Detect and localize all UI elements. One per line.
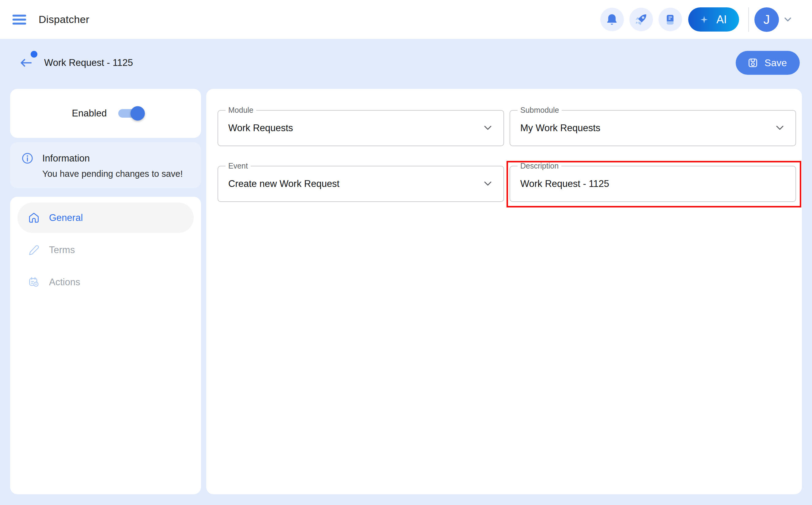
avatar[interactable]: J xyxy=(754,7,779,32)
calendar-plus-icon xyxy=(28,276,40,288)
hamburger-menu-icon[interactable] xyxy=(12,13,26,26)
sidebar-item-label: General xyxy=(49,212,83,223)
notifications-button[interactable] xyxy=(600,8,624,31)
enabled-card: Enabled xyxy=(10,89,201,138)
submodule-select[interactable]: Submodule My Work Requests xyxy=(510,110,796,146)
topbar: Dispatcher xyxy=(0,0,812,39)
enabled-label: Enabled xyxy=(72,108,107,119)
sidebar-item-actions[interactable]: Actions xyxy=(17,267,194,297)
ai-assistant-button[interactable]: AI xyxy=(688,7,739,31)
event-value: Create new Work Request xyxy=(228,178,340,189)
toggle-knob xyxy=(131,106,145,121)
app-title: Dispatcher xyxy=(39,13,89,25)
unsaved-changes-dot xyxy=(31,51,37,57)
sidebar-item-general[interactable]: General xyxy=(17,202,194,233)
event-label: Event xyxy=(225,161,251,170)
save-button-label: Save xyxy=(765,57,787,69)
submodule-value: My Work Requests xyxy=(520,123,600,134)
floppy-disk-icon xyxy=(747,57,759,69)
module-select[interactable]: Module Work Requests xyxy=(218,110,504,146)
description-input[interactable]: Description Work Request - 1125 xyxy=(510,166,796,202)
general-form-card: Module Work Requests Submodule My Work R… xyxy=(206,89,802,494)
launch-button[interactable] xyxy=(629,8,653,31)
description-value: Work Request - 1125 xyxy=(520,178,609,189)
topbar-divider xyxy=(748,7,749,32)
sidebar-item-label: Terms xyxy=(49,244,75,256)
save-button[interactable]: Save xyxy=(736,51,800,75)
back-button[interactable] xyxy=(19,56,33,70)
ai-button-label: AI xyxy=(717,13,727,26)
description-label: Description xyxy=(518,161,561,170)
chevron-down-icon[interactable] xyxy=(783,16,793,24)
back-arrow-icon xyxy=(19,56,33,70)
description-field-wrapper: Description Work Request - 1125 xyxy=(510,166,796,202)
info-circle-icon xyxy=(21,152,34,165)
chevron-down-icon xyxy=(483,125,492,132)
submodule-label: Submodule xyxy=(518,106,562,115)
module-value: Work Requests xyxy=(228,123,293,134)
info-message: You have pending changes to save! xyxy=(42,169,190,179)
sidebar: Enabled Information You have pending cha… xyxy=(10,89,201,494)
avatar-initial: J xyxy=(764,12,770,27)
rocket-icon xyxy=(634,13,648,27)
module-label: Module xyxy=(225,106,256,115)
page-title: Work Request - 1125 xyxy=(44,57,133,68)
home-icon xyxy=(28,212,40,224)
sidebar-nav: General Terms xyxy=(10,197,201,494)
enabled-toggle[interactable] xyxy=(118,109,139,118)
event-select[interactable]: Event Create new Work Request xyxy=(218,166,504,202)
journal-icon xyxy=(663,13,677,26)
bell-icon xyxy=(605,13,619,26)
information-card: Information You have pending changes to … xyxy=(10,142,201,188)
info-title: Information xyxy=(42,153,90,164)
sparkle-icon xyxy=(698,14,709,25)
content: Enabled Information You have pending cha… xyxy=(0,87,812,494)
sidebar-item-terms[interactable]: Terms xyxy=(17,235,194,265)
pencil-icon xyxy=(28,244,40,256)
page-header: Work Request - 1125 Save xyxy=(0,39,812,87)
sidebar-item-label: Actions xyxy=(49,277,80,288)
chevron-down-icon xyxy=(775,125,784,132)
chevron-down-icon xyxy=(483,180,492,187)
documentation-button[interactable] xyxy=(658,8,682,31)
